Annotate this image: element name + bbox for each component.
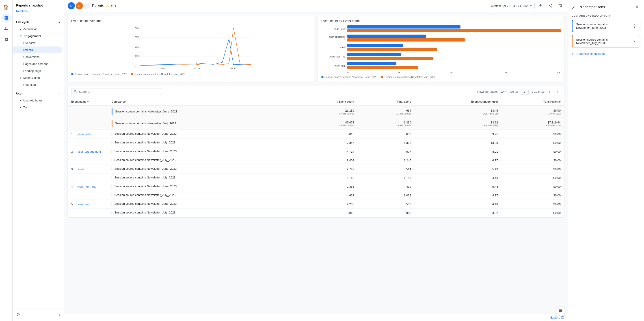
bar-track-vil xyxy=(347,53,561,60)
next-page-btn[interactable]: › xyxy=(554,88,561,95)
add-col-icon[interactable]: + xyxy=(87,100,89,103)
bar-ue-june xyxy=(347,35,426,38)
rows-per-page-label: Rows per page: xyxy=(477,90,498,93)
comp-bar-blue xyxy=(112,132,112,136)
col-event-name[interactable]: Event name + xyxy=(68,98,108,106)
add-page-icon[interactable]: + xyxy=(114,4,117,8)
col-comparison[interactable]: Comparison xyxy=(108,98,295,106)
bar-legend-orange-dot xyxy=(381,76,383,78)
summary-event-per-user-june: 33.46 Avg +34.61% xyxy=(415,106,502,118)
bar-row-scroll: scroll xyxy=(323,44,561,51)
bar-label-pv: page_view xyxy=(323,28,346,30)
search-input[interactable] xyxy=(79,90,158,93)
table-row: 5 view_item Session source contains News… xyxy=(68,200,564,209)
col-event-count[interactable]: ↓ Event count xyxy=(295,98,358,106)
bar-chart-legend: Session source contains Newsletter_June_… xyxy=(321,76,561,78)
compare-button[interactable] xyxy=(556,2,564,10)
realtime-link[interactable]: Realtime xyxy=(16,8,60,14)
nav-tech[interactable]: ▶ Tech xyxy=(12,104,62,111)
explore-button[interactable]: Explore xyxy=(550,316,564,319)
feedback-button[interactable] xyxy=(556,307,565,315)
settings-side-icon[interactable] xyxy=(2,35,11,44)
share-button[interactable] xyxy=(546,2,554,10)
event-name-cell: 3 scroll xyxy=(68,165,108,174)
people-icon[interactable] xyxy=(2,24,11,33)
col-total-revenue[interactable]: Total revenue xyxy=(502,98,564,106)
search-icon xyxy=(74,90,77,93)
nav-monetization[interactable]: ▶ Monetization xyxy=(12,74,62,81)
nav-events[interactable]: Events xyxy=(12,47,62,53)
comp-bar-blue xyxy=(112,167,112,171)
comparison-avatars: S S + xyxy=(68,2,90,10)
col-event-per-user[interactable]: Event count per user xyxy=(415,98,502,106)
add-comparison-header-btn[interactable]: + xyxy=(84,3,90,9)
event-count-cell: 17,347 xyxy=(295,138,358,147)
nav-user-attributes[interactable]: ▶ User Attributes xyxy=(12,97,62,104)
home-icon[interactable]: 🏠 xyxy=(2,3,11,12)
event-link-page-view[interactable]: page_view xyxy=(78,132,92,136)
table-row: Session source contains Newsletter_July_… xyxy=(68,138,564,147)
goto-section: Go to: xyxy=(510,89,528,94)
page-dropdown-icon[interactable]: ▾ xyxy=(111,4,112,8)
user-header[interactable]: User ▲ xyxy=(12,90,64,97)
summary-revenue-july: $7,319.64 2.17% of total xyxy=(502,118,564,130)
nav-pages-screens[interactable]: Pages and screens xyxy=(12,60,62,67)
export-button[interactable] xyxy=(536,2,544,10)
summary-event-per-user-july: 33.92 Avg +36.46% xyxy=(415,118,502,130)
bar-chart-title: Event count by Event name xyxy=(321,19,561,23)
collapse-nav-button[interactable]: ‹ xyxy=(59,312,60,317)
col-total-users[interactable]: Total users xyxy=(358,98,414,106)
bar-chart-card: Event count by Event name page_view xyxy=(318,16,564,82)
row-num: 5 xyxy=(71,203,77,206)
avatar-s2[interactable]: S xyxy=(76,2,83,10)
goto-input[interactable] xyxy=(520,89,528,94)
prev-page-btn[interactable]: ‹ xyxy=(546,88,552,95)
close-panel-button[interactable]: ✕ xyxy=(633,4,640,11)
expand-icon: ▶ xyxy=(20,28,22,30)
summary-event-count-july: 45,078 0.94% of total xyxy=(295,118,358,130)
expand-icon-ua: ▶ xyxy=(20,99,22,102)
settings-button[interactable]: ⚙ xyxy=(16,312,20,317)
table-row: Session source contains Newsletter_July_… xyxy=(68,191,564,200)
lifecycle-header[interactable]: Life cycle ▲ xyxy=(12,19,64,26)
event-link-scroll[interactable]: scroll xyxy=(78,168,84,171)
bar-x-axis: 05K10K15K20K xyxy=(323,71,561,74)
nav-engagement[interactable]: ▼ Engagement xyxy=(12,33,62,40)
comparison-june-menu-btn[interactable]: ⋮ xyxy=(632,24,636,29)
comp-bar-blue xyxy=(112,149,112,153)
add-comparison-button[interactable]: + + Add new comparison xyxy=(572,50,640,57)
event-link-view-item-list[interactable]: view_item_list xyxy=(78,185,96,188)
nav-overview[interactable]: Overview xyxy=(12,40,62,47)
nav-retention[interactable]: Retention xyxy=(12,81,62,88)
avatar-s1[interactable]: S xyxy=(68,2,75,10)
sort-arrow: ↓ xyxy=(336,100,338,103)
left-navigation: Reports snapshot Realtime Life cycle ▲ ▶… xyxy=(12,0,64,321)
bar-track-vi xyxy=(347,62,561,69)
event-name-cell: 2 user_engagement xyxy=(68,147,108,156)
search-box[interactable] xyxy=(71,88,161,95)
event-link-view-item[interactable]: view_item xyxy=(78,203,90,206)
date-range-selector[interactable]: Custom Apr 23 – Jul 21, 2023 ▾ xyxy=(488,3,535,9)
header-actions xyxy=(536,2,564,10)
comparison-card-july: Session source contains Newsletter_July_… xyxy=(572,35,640,48)
summary-event-count-june: 21,180 0.44% of total xyxy=(295,106,358,118)
rows-per-page-select[interactable]: 10 25 50 xyxy=(500,90,507,94)
analytics-icon[interactable] xyxy=(2,14,11,23)
pagination: 1-10 of 18 ‹ › xyxy=(531,88,561,95)
rows-per-page: Rows per page: 10 25 50 xyxy=(477,90,507,94)
event-link-user-engagement[interactable]: user_engagement xyxy=(78,150,101,153)
comparison-july-menu-btn[interactable]: ⋮ xyxy=(632,39,636,44)
nav-conversions[interactable]: Conversions xyxy=(12,53,62,60)
comparison-cell: Session source contains Newsletter_June_… xyxy=(108,182,295,191)
event-name-cell: 4 view_item_list xyxy=(68,182,108,191)
bar-label-vi: view_item xyxy=(323,64,346,67)
bar-row-page-view: page_view xyxy=(323,25,561,32)
nav-landing-page[interactable]: Landing page xyxy=(12,67,62,74)
nav-acquisition[interactable]: ▶ Acquisition xyxy=(12,26,62,33)
comparison-cell: Session source contains Newsletter_June_… xyxy=(108,165,295,174)
revenue-cell: $0.00 xyxy=(502,138,564,147)
line-chart-card: Event count over time 40K 30K 20K 10K 0 xyxy=(68,16,314,82)
date-dropdown-icon: ▾ xyxy=(530,4,532,8)
page-header: S S + Events ⚠ ▾ + Custom Apr 23 – Jul 2… xyxy=(64,0,568,12)
indicator-orange xyxy=(112,120,112,127)
